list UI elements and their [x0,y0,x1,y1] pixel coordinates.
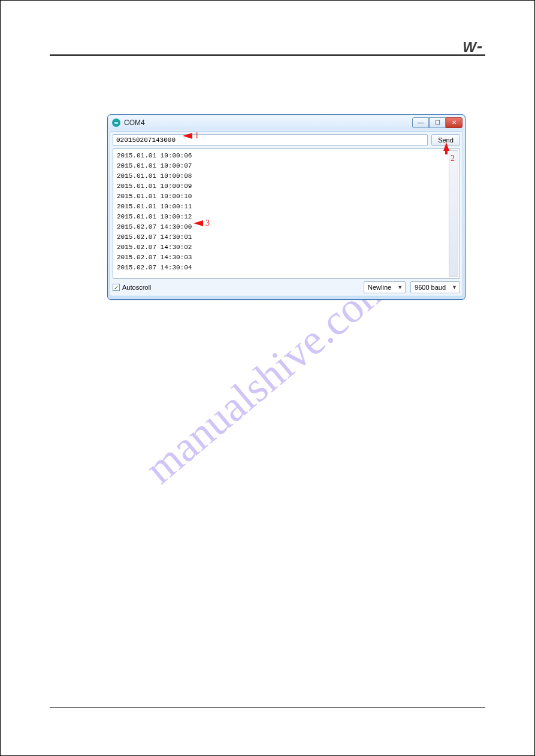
bottom-row: ✓ Autoscroll Newline ▼ 9600 baud ▼ [113,281,460,293]
send-row: Send [113,134,460,146]
chevron-down-icon: ▼ [397,284,403,290]
output-line: 2015.01.01 10:00:10 [117,192,456,202]
baud-select[interactable]: 9600 baud ▼ [410,281,460,293]
window-buttons: — ☐ ✕ [412,117,463,128]
output-line: 2015.01.01 10:00:06 [117,151,456,161]
serial-input[interactable] [113,134,428,146]
brand-logo: W⁃ [463,39,480,56]
annotation-arrow-2-tail [445,151,448,154]
output-line: 2015.01.01 10:00:09 [117,181,456,192]
close-button[interactable]: ✕ [446,117,463,128]
output-line: 2015.02.07 14:30:01 [117,232,456,242]
annotation-arrow-1 [183,133,192,139]
window-content: Send 2015.01.01 10:00:06 2015.01.01 10:0… [110,131,463,296]
annotation-num-3: 3 [205,218,210,228]
brand-glyph: W [463,39,475,55]
annotation-num-2: 2 [451,154,455,163]
annotation-arrow-2 [443,142,449,151]
autoscroll-checkbox[interactable]: ✓ Autoscroll [113,284,151,291]
output-line: 2015.01.01 10:00:11 [117,202,456,212]
output-line: 2015.01.01 10:00:07 [117,161,456,171]
serial-monitor-window: ∞ COM4 — ☐ ✕ Send 2015.01.01 10:00:06 20… [107,114,466,300]
minimize-button[interactable]: — [412,117,429,128]
output-line: 2015.02.07 14:30:03 [117,253,456,263]
serial-output[interactable]: 2015.01.01 10:00:06 2015.01.01 10:00:07 … [113,148,460,279]
page-header-rule [50,44,485,56]
window-title: COM4 [124,119,412,127]
output-line: 2015.02.07 14:30:00 [117,222,456,232]
check-icon: ✓ [113,284,120,291]
annotation-arrow-3 [194,220,203,226]
annotation-num-1: 1 [195,131,199,141]
line-ending-value: Newline [368,284,391,291]
output-line: 2015.02.07 14:30:04 [117,263,456,273]
maximize-button[interactable]: ☐ [429,117,446,128]
arduino-icon: ∞ [112,119,120,127]
page-footer-rule [50,707,485,708]
titlebar[interactable]: ∞ COM4 — ☐ ✕ [108,116,464,130]
chevron-down-icon: ▼ [452,284,457,290]
autoscroll-label: Autoscroll [122,284,151,291]
output-line: 2015.01.01 10:00:12 [117,212,456,222]
output-line: 2015.02.07 14:30:02 [117,242,456,253]
output-line: 2015.01.01 10:00:08 [117,171,456,181]
baud-value: 9600 baud [415,284,446,291]
page: W⁃ manualshive.com ∞ COM4 — ☐ ✕ Send 201… [0,0,535,756]
line-ending-select[interactable]: Newline ▼ [364,281,406,293]
